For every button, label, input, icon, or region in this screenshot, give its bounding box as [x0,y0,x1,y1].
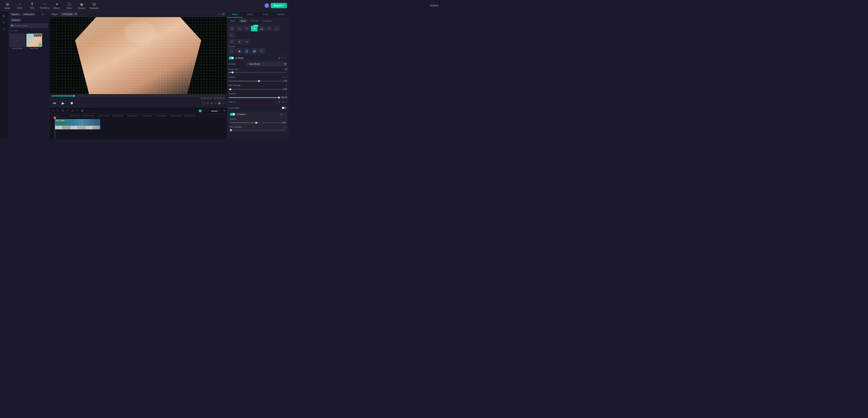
mark-icon[interactable]: ⊳ [207,102,209,104]
tl-redo-btn[interactable]: ↻ [56,109,60,113]
toolbar-stickers[interactable]: ◉ Stickers [76,1,87,10]
mask-divider-btn[interactable]: | [273,26,280,31]
subtab-animation[interactable]: Animation [261,19,274,23]
mask-person-btn[interactable]: 👤 [244,48,250,54]
tab-audio[interactable]: Audio [243,11,258,18]
ai-mask-expand-icon[interactable]: ◇ [285,57,287,59]
toolbar-audio[interactable]: ♪ Audio [14,1,26,10]
mask-ellipse-btn[interactable]: ⬭ [229,48,235,54]
tl-delete-btn[interactable]: ⊠ [61,109,65,113]
split-view-icon[interactable]: ⧉ [218,12,220,16]
sidebar-clip-icon[interactable]: ⧉ [1,20,7,25]
import-button[interactable]: Import ▾ [10,12,21,16]
play-button[interactable]: ▶ [60,100,66,106]
progress-track[interactable] [52,95,225,96]
mask-diamond-btn[interactable]: ◆ [236,48,243,54]
ai-mask-type-select[interactable]: Smart Brush [246,62,287,66]
tl-box-btn[interactable]: ▣ [80,109,84,113]
tl-trim-btn[interactable]: ⊡ [71,109,74,113]
record-circle-icon[interactable]: ⬤ [198,109,202,112]
sidebar-extra-icon[interactable]: ≡ [1,26,7,32]
toolbar-transitions[interactable]: ↔ Transitions [39,1,50,10]
mask-brush-btn[interactable]: ✦ BETA [251,26,257,31]
ai-mask-delete-icon[interactable]: 🗑 [278,57,281,59]
stop-button[interactable]: ⏹ [69,100,74,106]
fullscreen-icon[interactable]: ⤢ [223,102,225,104]
brush-size-thumb[interactable] [231,71,234,73]
mask-line-btn[interactable]: | [229,32,235,38]
tl-grid-icon[interactable]: ⊞ [223,109,225,112]
export-button[interactable]: Export ▾ [271,3,287,8]
extend-keyframe-icon[interactable]: ◇ [285,76,287,79]
ai-mask1-blur-slider[interactable] [230,130,286,130]
bracket-open-icon[interactable]: { [202,102,203,104]
ai-mask1-keyframe-icon[interactable]: ◇ [284,113,286,116]
ai-mask-reset-icon[interactable]: ↺ [282,57,284,59]
mask-star-btn[interactable]: ✦ [244,39,250,44]
frame-icon[interactable]: ⧉ [211,102,213,104]
search-input[interactable] [10,24,48,28]
snapshot-icon[interactable]: 🖼 [222,12,225,16]
playhead-handle[interactable] [54,117,56,119]
subtab-ai-tools[interactable]: AI Tools [248,19,260,23]
path-reset-icon[interactable]: ↺ [282,100,284,103]
mask-heart-btn[interactable]: ♥ [236,39,243,44]
mask-oval-btn[interactable]: ⬭ [266,26,272,31]
sidebar-layer-icon[interactable]: ◧ [1,13,7,19]
subtab-mask[interactable]: Mask [239,19,248,23]
path-info-icon[interactable]: i [234,101,236,103]
ai-mask-toggle[interactable] [229,57,234,59]
tl-zoom-out[interactable]: － [207,109,209,112]
quality-select[interactable]: Full Quality [60,12,78,16]
path-delete-icon[interactable]: 🗑 [278,100,281,103]
mask-download-btn[interactable]: ⬇ [229,26,235,31]
toolbar-media[interactable]: ⊞ Media [2,1,13,10]
more-icon[interactable]: ··· [45,13,48,16]
record-button[interactable]: Record ▾ [22,12,35,16]
volume-icon[interactable]: 🔊 [218,102,221,104]
ai-mask1-delete-icon[interactable]: 🗑 [280,113,283,116]
mask-circle-time-btn[interactable]: ◷ [236,26,243,31]
default-folder-button[interactable]: Default ▾ [10,18,22,22]
path-keyframe-icon[interactable]: ◇ [285,100,287,103]
snap-icon[interactable]: ⊙ [204,109,205,112]
subtab-basic[interactable]: Basic [229,19,238,23]
tl-undo-btn[interactable]: ↺ [51,109,55,113]
toolbar-titles[interactable]: T Titles [26,1,38,10]
video-track[interactable]: Test_Video [55,119,100,129]
tl-zoom-in[interactable]: ＋ [219,109,222,112]
blur-keyframe-icon[interactable]: ◇ [285,84,287,87]
skip-back-button[interactable]: ⏮ [52,100,57,106]
mask-vline-btn[interactable]: | [229,39,235,44]
progress-thumb[interactable] [73,95,75,97]
opacity-keyframe-icon[interactable]: ◇ [285,92,287,95]
tab-color[interactable]: Color [258,11,273,18]
path-play-icon[interactable]: ▷ [275,100,277,103]
test-video-thumb[interactable]: 00:00:18 ✓ [26,34,42,47]
mask-group-btn[interactable]: 👥 [251,48,257,54]
extend-thumb[interactable] [258,80,260,82]
blur-slider[interactable] [229,89,282,90]
opacity-thumb[interactable] [278,96,280,99]
tl-cut-btn[interactable]: ✂ [66,109,70,113]
blur-thumb[interactable] [229,88,231,90]
tl-zoom-slider[interactable]: ▬▬▬ [211,109,218,112]
tab-speed[interactable]: Speed [273,11,289,18]
mask-rect-btn[interactable]: ▬ [258,26,265,31]
toolbar-filters[interactable]: ⬡ Filters [63,1,75,10]
tl-text-btn[interactable]: T [76,109,79,113]
opacity-slider[interactable] [229,97,279,98]
ai-mask-1-toggle[interactable] [230,113,235,116]
ai-mask1-blur-keyframe[interactable]: ◇ [284,126,286,128]
ai-mask1-blur-thumb[interactable] [230,129,232,131]
toolbar-effects[interactable]: ✦ Effects [51,1,63,10]
toolbar-templates[interactable]: ⊟ Templates [88,1,100,10]
filter-icon[interactable]: ⚙ [42,13,44,16]
bracket-close-icon[interactable]: } [205,102,205,104]
extend-reset-icon[interactable]: ↺ [282,76,284,79]
ai-mask1-extend-thumb[interactable] [255,122,257,124]
mask-pet-btn[interactable]: 🐾 [258,48,265,54]
tab-video[interactable]: Video [227,11,243,18]
invert-mask-toggle[interactable] [282,107,287,109]
extend-slider[interactable] [229,81,282,82]
